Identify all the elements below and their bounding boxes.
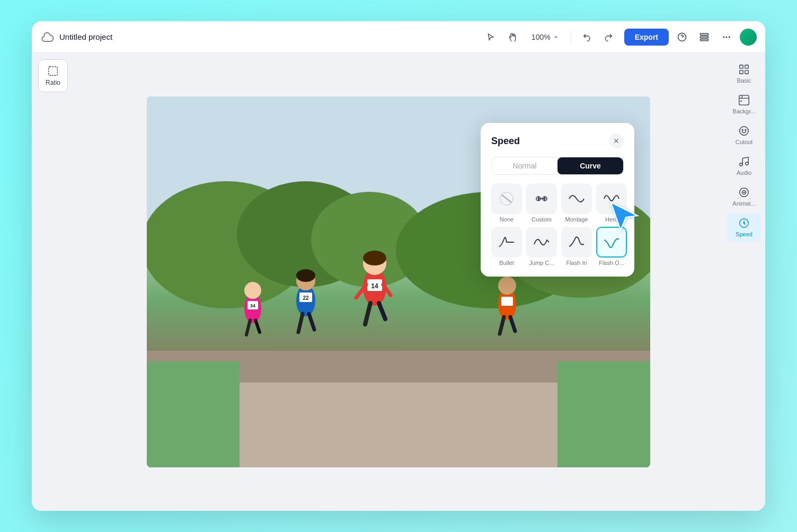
svg-point-65 xyxy=(746,162,749,165)
svg-point-62 xyxy=(742,129,743,130)
svg-point-63 xyxy=(745,129,746,130)
project-title: Untitled project xyxy=(59,32,112,41)
svg-text:14: 14 xyxy=(371,282,378,290)
svg-marker-54 xyxy=(611,202,637,230)
curve-item-flash-out[interactable]: Flash O... xyxy=(596,227,627,266)
export-button[interactable]: Export xyxy=(624,29,669,46)
svg-line-45 xyxy=(510,317,515,331)
svg-line-34 xyxy=(309,314,314,330)
curve-card-jump-cut xyxy=(526,227,557,258)
curve-card-bullet xyxy=(491,227,522,258)
svg-rect-2 xyxy=(701,36,709,38)
speed-icon xyxy=(738,217,750,229)
cursor-arrow-icon xyxy=(606,197,643,234)
panel-label-animate: Animat... xyxy=(732,200,755,207)
curve-label-none: None xyxy=(500,216,513,223)
curve-label-flash-out: Flash O... xyxy=(599,260,624,266)
curve-label-jump-cut: Jump C... xyxy=(529,260,554,266)
svg-point-42 xyxy=(498,277,516,295)
svg-point-6 xyxy=(729,36,730,38)
audio-icon xyxy=(738,156,750,167)
panel-label-background: Backgr... xyxy=(733,108,756,114)
svg-point-5 xyxy=(726,36,728,38)
svg-point-21 xyxy=(363,251,386,265)
popup-title: Speed xyxy=(491,136,520,147)
curve-card-none xyxy=(491,183,522,214)
speed-tab-row: Normal Curve xyxy=(491,157,624,175)
svg-rect-1 xyxy=(701,33,709,35)
avatar xyxy=(740,29,757,46)
curve-card-custom xyxy=(526,183,557,214)
svg-point-61 xyxy=(740,127,749,136)
ratio-button[interactable]: Ratio xyxy=(38,59,68,92)
svg-rect-58 xyxy=(745,70,748,74)
tab-normal[interactable]: Normal xyxy=(492,157,557,174)
header-right: Export xyxy=(624,28,757,46)
curve-item-custom[interactable]: Custom xyxy=(526,183,557,223)
svg-rect-55 xyxy=(740,65,743,68)
svg-point-68 xyxy=(743,192,745,193)
panel-label-audio: Audio xyxy=(737,170,751,176)
curve-item-montage[interactable]: Montage xyxy=(561,183,592,223)
ratio-label: Ratio xyxy=(46,79,60,86)
canvas-area: 14 xyxy=(74,53,723,511)
svg-point-70 xyxy=(743,223,745,224)
right-panel: Basic Backgr... Cutout xyxy=(723,53,765,511)
close-popup-button[interactable]: ✕ xyxy=(609,134,624,148)
left-panel: Ratio xyxy=(32,53,74,511)
panel-label-basic: Basic xyxy=(737,77,751,84)
curve-item-bullet[interactable]: Bullet xyxy=(491,227,522,266)
zoom-button[interactable]: 100% xyxy=(526,31,564,43)
svg-line-39 xyxy=(246,320,250,335)
curve-item-flash-in[interactable]: Flash In xyxy=(561,227,592,266)
svg-line-47 xyxy=(502,195,511,202)
speed-popup: Speed ✕ Normal Curve xyxy=(481,123,634,277)
panel-label-speed: Speed xyxy=(736,231,752,237)
curve-item-jump-cut[interactable]: Jump C... xyxy=(526,227,557,266)
curve-card-flash-in xyxy=(561,227,592,258)
curve-card-montage xyxy=(561,183,592,214)
curve-item-none[interactable]: None xyxy=(491,183,522,223)
svg-point-30 xyxy=(296,269,315,282)
tab-curve[interactable]: Curve xyxy=(557,157,623,174)
curve-label-flash-in: Flash In xyxy=(566,260,587,266)
svg-rect-43 xyxy=(501,297,513,306)
undo-button[interactable] xyxy=(578,28,596,46)
cutout-icon xyxy=(738,125,750,137)
svg-rect-59 xyxy=(739,95,749,105)
svg-line-40 xyxy=(255,320,260,332)
main-area: Ratio xyxy=(32,53,765,511)
layers-button[interactable] xyxy=(695,28,713,46)
svg-rect-7 xyxy=(49,67,58,76)
svg-rect-18 xyxy=(557,361,650,467)
panel-item-speed[interactable]: Speed xyxy=(727,213,761,242)
background-icon xyxy=(738,94,750,106)
redo-button[interactable] xyxy=(600,28,618,46)
popup-header: Speed ✕ xyxy=(491,134,624,148)
svg-point-64 xyxy=(740,163,743,166)
basic-icon xyxy=(738,64,750,75)
panel-label-cutout: Cutout xyxy=(736,139,752,145)
curve-grid: None xyxy=(491,183,624,266)
svg-line-25 xyxy=(379,303,385,319)
svg-point-4 xyxy=(723,36,724,38)
curve-label-custom: Custom xyxy=(532,216,552,223)
help-button[interactable] xyxy=(673,28,691,46)
panel-item-background[interactable]: Backgr... xyxy=(727,90,761,119)
curve-label-montage: Montage xyxy=(565,216,588,223)
panel-item-basic[interactable]: Basic xyxy=(727,59,761,88)
cloud-icon xyxy=(40,30,55,45)
select-tool-button[interactable] xyxy=(482,28,500,46)
svg-text:22: 22 xyxy=(303,295,309,301)
curve-label-bullet: Bullet xyxy=(499,260,514,266)
canvas-frame: 14 xyxy=(147,96,650,467)
more-button[interactable] xyxy=(718,28,736,46)
panel-item-animate[interactable]: Animat... xyxy=(727,182,761,211)
svg-rect-3 xyxy=(701,39,709,40)
header-center: 100% xyxy=(482,28,618,46)
panel-item-cutout[interactable]: Cutout xyxy=(727,121,761,149)
panel-item-audio[interactable]: Audio xyxy=(727,152,761,180)
svg-rect-56 xyxy=(745,65,748,68)
hand-tool-button[interactable] xyxy=(504,28,522,46)
svg-text:34: 34 xyxy=(250,303,255,308)
